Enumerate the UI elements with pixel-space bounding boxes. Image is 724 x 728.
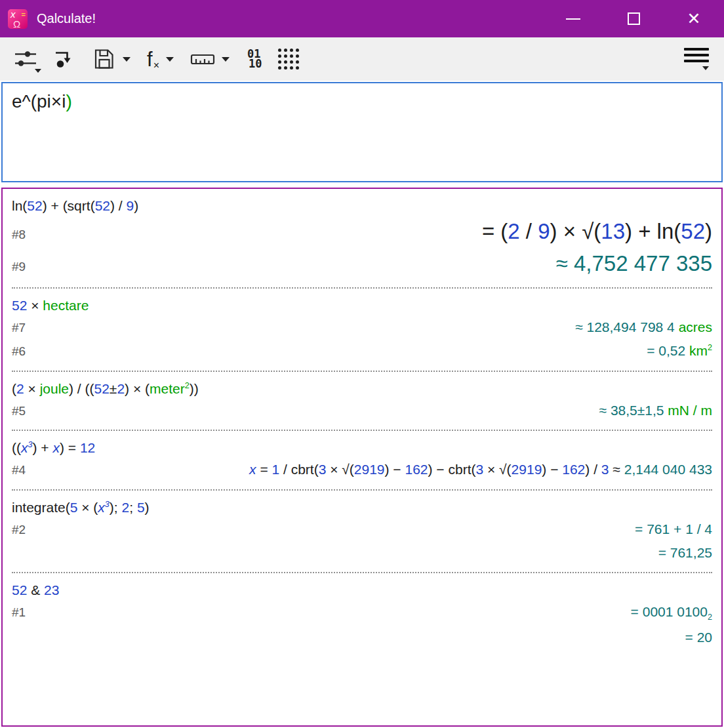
bases-bottom-label: 10 [249,59,262,69]
history-index-label[interactable]: #6 [12,344,26,359]
history-separator [12,430,712,431]
history-result-row: #7≈ 128,494 798 4 acres [12,317,712,337]
functions-f-label: f [147,49,153,70]
mode-button[interactable] [9,40,42,78]
qalculate-window: x = Ω Qalculate! ✕ [0,0,724,728]
history-index-label[interactable]: #5 [12,404,26,418]
history-expression[interactable]: integrate(5 × (x3); 2; 5) [12,500,712,516]
number-bases-icon: 01 10 [246,49,262,69]
functions-icon: f × [147,49,159,70]
history-expression[interactable]: ln(52) + (sqrt(52) / 9) [12,198,712,214]
minimize-button[interactable] [543,0,603,37]
menu-icon [684,48,709,70]
chevron-down-icon [222,57,230,62]
history-entry: (2 × joule) / ((52±2) × (meter2))#5≈ 38,… [12,381,712,420]
chevron-down-icon [123,57,131,62]
chevron-down-icon [702,66,709,70]
window-title: Qalculate! [37,11,96,26]
history-expression[interactable]: ((x3) + x) = 12 [12,440,712,456]
history-result-row: #9≈ 4,752 477 335 [12,250,712,278]
titlebar[interactable]: x = Ω Qalculate! ✕ [0,0,724,37]
history-result[interactable]: ≈ 38,5±1,5 mN / m [599,401,712,420]
number-bases-button[interactable]: 01 10 [241,40,266,78]
history-separator [12,572,712,573]
close-icon: ✕ [687,10,701,27]
history-index-label[interactable]: #7 [12,321,26,335]
history-result[interactable]: = 20 [685,628,712,647]
history-result-row: = 761,25 [12,543,712,563]
history-separator [12,371,712,372]
history-result-row: #5≈ 38,5±1,5 mN / m [12,401,712,420]
history-result[interactable]: = (2 / 9) × √(13) + ln(52) [482,218,712,246]
history-index-label[interactable]: #2 [12,523,26,537]
app-icon-omega: Ω [13,18,20,30]
history-result[interactable]: ≈ 128,494 798 4 acres [575,317,712,337]
history-result-row: #1= 0001 01002 [12,602,712,623]
maximize-button[interactable] [603,0,664,37]
save-button[interactable] [88,40,135,78]
history-result[interactable]: ≈ 4,752 477 335 [556,250,712,278]
keypad-icon [278,49,300,70]
close-button[interactable]: ✕ [664,0,724,37]
store-variable-icon [54,48,76,70]
history-index-label[interactable]: #8 [12,228,26,242]
history-result-row: #4x = 1 / cbrt(3 × √(2919) − 162) − cbrt… [12,460,712,479]
history-result-row: = 20 [12,628,712,647]
units-button[interactable] [186,40,234,78]
history-separator [12,489,712,491]
app-icon-equals: = [22,10,26,18]
history-entry: 52 & 23#1= 0001 01002= 20 [12,582,712,647]
toolbar: f × 01 10 [0,37,724,81]
history-index-label[interactable]: #4 [12,463,26,477]
chevron-down-icon [166,57,174,62]
history-list: ln(52) + (sqrt(52) / 9)#8= (2 / 9) × √(1… [12,198,712,647]
history-result[interactable]: x = 1 / cbrt(3 × √(2919) − 162) − cbrt(3… [249,460,712,479]
history-index-label[interactable]: #9 [12,260,26,274]
history-result-row: #6= 0,52 km2 [12,341,712,361]
history-result-row: #2= 761 + 1 / 4 [12,519,712,539]
save-icon [92,47,116,71]
history-entry: ((x3) + x) = 12#4x = 1 / cbrt(3 × √(2919… [12,440,712,479]
history-entry: 52 × hectare#7≈ 128,494 798 4 acres#6= 0… [12,298,712,361]
app-icon: x = Ω [8,9,28,29]
chevron-down-icon [35,69,41,73]
history-result[interactable]: = 0001 01002 [631,602,712,623]
history-result-row: #8= (2 / 9) × √(13) + ln(52) [12,218,712,246]
menu-button[interactable] [679,40,714,78]
history-result[interactable]: = 761 + 1 / 4 [635,519,712,539]
history-result[interactable]: = 761,25 [658,543,712,563]
maximize-icon [628,12,640,25]
units-icon [190,48,215,70]
history-panel[interactable]: ln(52) + (sqrt(52) / 9)#8= (2 / 9) × √(1… [1,188,723,727]
history-index-label[interactable]: #1 [12,605,26,620]
mode-icon [14,48,37,70]
functions-button[interactable]: f × [142,40,178,78]
history-expression[interactable]: 52 & 23 [12,582,712,598]
keypad-button[interactable] [273,40,304,78]
functions-x-label: × [153,60,159,71]
history-entry: integrate(5 × (x3); 2; 5)#2= 761 + 1 / 4… [12,500,712,563]
minimize-icon [566,18,580,20]
expression-input[interactable]: e^(pi×i) [1,82,723,182]
store-variable-button[interactable] [49,40,81,78]
expression-text: e^(pi×i) [12,91,712,112]
history-expression[interactable]: 52 × hectare [12,298,712,313]
history-expression[interactable]: (2 × joule) / ((52±2) × (meter2)) [12,381,712,397]
history-separator [12,287,712,289]
history-result[interactable]: = 0,52 km2 [647,341,712,361]
window-controls: ✕ [543,0,724,37]
history-entry: ln(52) + (sqrt(52) / 9)#8= (2 / 9) × √(1… [12,198,712,278]
